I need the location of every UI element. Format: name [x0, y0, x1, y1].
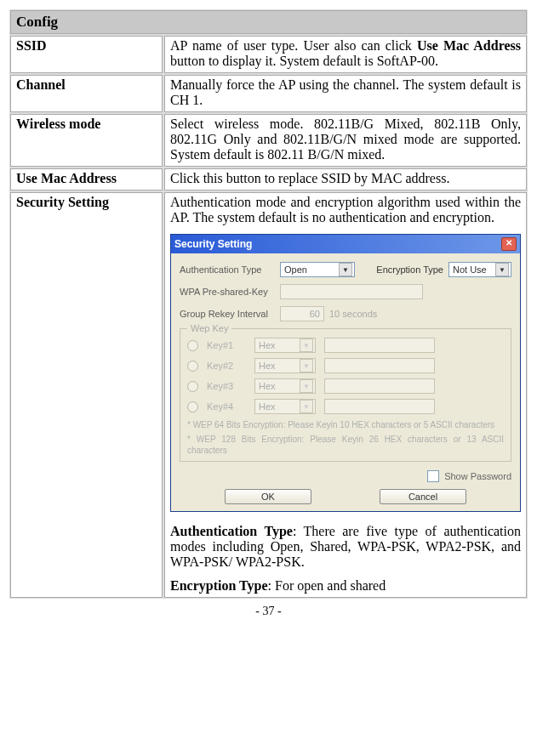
row-desc-ssid: AP name of user type. User also can clic…: [164, 36, 527, 73]
group-rekey-row: Group Rekey Interval 60 10 seconds: [180, 306, 511, 321]
cancel-button[interactable]: Cancel: [380, 489, 466, 504]
config-table: Config SSID AP name of user type. User a…: [9, 9, 528, 600]
security-desc-text: Authentication mode and encryption algor…: [170, 195, 521, 225]
chevron-down-icon: ▼: [300, 359, 313, 372]
radio-key3[interactable]: [187, 381, 198, 392]
show-password-checkbox[interactable]: [427, 470, 439, 482]
ssid-desc-bold: Use Mac Address: [417, 38, 521, 53]
wep-key2-label: Key#2: [207, 361, 246, 371]
wep-key4-type-value: Hex: [259, 401, 276, 412]
wep-key1-type-select[interactable]: Hex ▼: [254, 338, 316, 353]
page-number: - 37 -: [9, 605, 528, 618]
enc-type-select[interactable]: Not Use ▼: [448, 262, 511, 277]
group-rekey-label: Group Rekey Interval: [180, 309, 275, 319]
auth-row: Authentication Type Open ▼ Encryption Ty…: [180, 262, 511, 277]
dialog-body: Authentication Type Open ▼ Encryption Ty…: [171, 253, 520, 511]
row-label-channel: Channel: [10, 75, 163, 112]
wep-key-row-2: Key#2 Hex ▼: [187, 358, 504, 373]
auth-type-value: Open: [284, 264, 307, 275]
chevron-down-icon: ▼: [495, 263, 509, 276]
security-setting-dialog: Security Setting ✕ Authentication Type O…: [170, 234, 521, 512]
wep-key2-type-value: Hex: [259, 361, 276, 371]
row-label-security: Security Setting: [10, 192, 163, 598]
dialog-titlebar: Security Setting ✕: [171, 235, 520, 253]
radio-key1[interactable]: [187, 340, 198, 351]
close-icon[interactable]: ✕: [501, 237, 517, 251]
row-label-usemac: Use Mac Address: [10, 168, 163, 190]
chevron-down-icon: ▼: [300, 338, 313, 352]
row-desc-wireless: Select wireless mode. 802.11B/G Mixed, 8…: [164, 114, 527, 167]
wep-key3-type-value: Hex: [259, 381, 276, 391]
wep-hint-1: * WEP 64 Bits Encryption: Please Keyin 1…: [187, 419, 504, 430]
group-rekey-input[interactable]: 60: [280, 306, 324, 321]
row-label-ssid: SSID: [10, 36, 163, 73]
config-header: Config: [10, 10, 527, 34]
dialog-button-row: OK Cancel: [180, 489, 511, 504]
wpa-pre-shared-key-input[interactable]: [280, 284, 423, 299]
wep-key-row-4: Key#4 Hex ▼: [187, 399, 504, 414]
wep-key2-type-select[interactable]: Hex ▼: [254, 358, 316, 373]
auth-type-heading: Authentication Type: [170, 524, 293, 538]
show-password-row: Show Password: [180, 470, 511, 482]
dialog-title-text: Security Setting: [174, 238, 252, 250]
wep-key4-label: Key#4: [207, 401, 246, 412]
ssid-desc-post: button to display it. System default is …: [170, 54, 438, 68]
row-desc-channel: Manually force the AP using the channel.…: [164, 75, 527, 112]
wep-key3-label: Key#3: [207, 381, 246, 391]
show-password-label: Show Password: [444, 471, 511, 481]
enc-type-value: Not Use: [453, 264, 487, 275]
ssid-desc-pre: AP name of user type. User also can clic…: [170, 38, 417, 53]
enc-type-paragraph: Encryption Type: For open and shared: [170, 578, 521, 594]
auth-type-label: Authentication Type: [180, 264, 275, 275]
wep-key-fieldset: Wep Key Key#1 Hex ▼ Key#2: [180, 328, 511, 462]
group-rekey-unit: 10 seconds: [329, 309, 377, 319]
enc-type-label: Encryption Type: [376, 264, 443, 275]
radio-key4[interactable]: [187, 401, 198, 412]
wep-key1-type-value: Hex: [259, 340, 276, 350]
wep-key-row-3: Key#3 Hex ▼: [187, 378, 504, 394]
wep-key1-label: Key#1: [207, 340, 246, 350]
row-label-wireless: Wireless mode: [10, 114, 163, 167]
auth-type-select[interactable]: Open ▼: [280, 262, 355, 277]
wep-key1-input[interactable]: [324, 338, 435, 353]
wep-key4-input[interactable]: [324, 399, 435, 414]
auth-type-paragraph: Authentication Type: There are five type…: [170, 524, 521, 570]
wpa-row: WPA Pre-shared-Key: [180, 284, 511, 299]
wep-key3-type-select[interactable]: Hex ▼: [254, 378, 316, 394]
wep-key3-input[interactable]: [324, 378, 435, 394]
wep-key2-input[interactable]: [324, 358, 435, 373]
radio-key2[interactable]: [187, 361, 198, 372]
wep-key-legend: Wep Key: [187, 323, 231, 333]
chevron-down-icon: ▼: [300, 379, 313, 393]
enc-type-text: : For open and shared: [268, 578, 386, 593]
chevron-down-icon: ▼: [300, 400, 313, 413]
wpa-pre-shared-key-label: WPA Pre-shared-Key: [180, 287, 275, 297]
enc-type-heading: Encryption Type: [170, 578, 268, 593]
wep-hint-2: * WEP 128 Bits Encryption: Please Keyin …: [187, 434, 504, 456]
chevron-down-icon: ▼: [339, 263, 352, 276]
wep-key4-type-select[interactable]: Hex ▼: [254, 399, 316, 414]
ok-button[interactable]: OK: [225, 489, 311, 504]
row-desc-security: Authentication mode and encryption algor…: [164, 192, 527, 598]
row-desc-usemac: Click this button to replace SSID by MAC…: [164, 168, 527, 190]
wep-key-row-1: Key#1 Hex ▼: [187, 338, 504, 353]
